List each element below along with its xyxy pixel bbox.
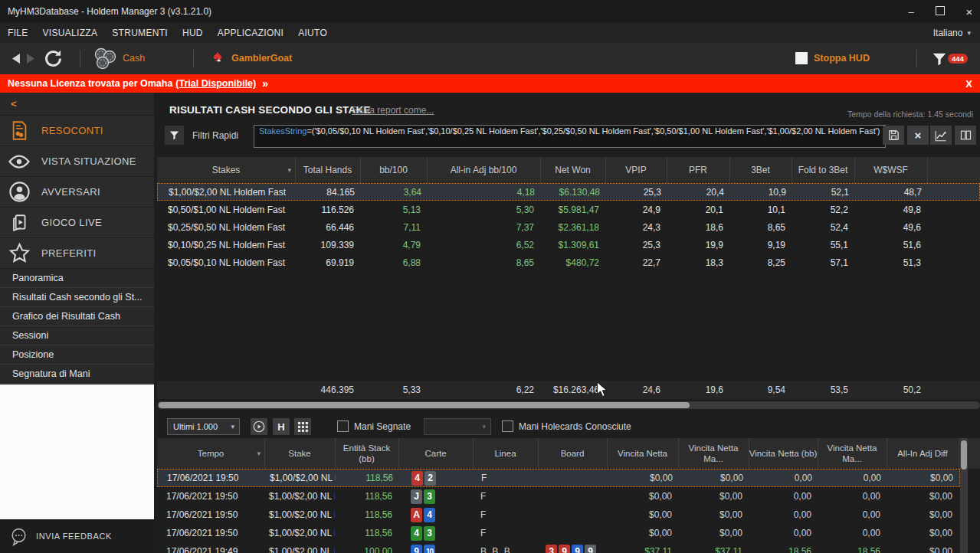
clear-filter-button[interactable]: × — [907, 126, 929, 145]
back-icon — [11, 53, 21, 64]
cell: 84.165 — [296, 184, 361, 200]
sidebar-item-gioco-live[interactable]: GIOCO LIVE — [0, 208, 154, 238]
maximize-button[interactable] — [934, 6, 946, 18]
column-header-bb-100[interactable]: bb/100 — [360, 157, 428, 183]
minimize-button[interactable]: – — [905, 6, 917, 18]
table-row[interactable]: $0,50/$1,00 NL Holdem Fast116.5265,135,3… — [157, 201, 980, 218]
hand-row[interactable]: 17/06/2021 19:50$1,00/$2,00 NL Holdem Fa… — [157, 487, 960, 506]
menu-applicazioni[interactable]: APPLICAZIONI — [218, 28, 284, 38]
column-header-stakes[interactable]: Stakes▾ — [157, 157, 296, 183]
filter-expression-input[interactable]: StakesString=('$0,05/$0,10 NL Holdem Fas… — [254, 125, 886, 148]
cell: 10,9 — [730, 184, 792, 200]
column-header-tempo[interactable]: Tempo▾ — [157, 438, 265, 469]
chevron-down-icon: ▾ — [231, 423, 234, 430]
cell: 25,3 — [606, 184, 667, 200]
known-holecards-checkbox[interactable] — [502, 420, 513, 432]
banner-close-button[interactable]: X — [965, 78, 972, 90]
column-header-vpip[interactable]: VPIP — [605, 157, 667, 183]
column-header-w-wsf[interactable]: W$WSF — [854, 157, 928, 183]
column-header-linea[interactable]: Linea — [473, 438, 539, 469]
player-tab[interactable]: GamblerGoat — [231, 53, 292, 64]
sidebar-item-resoconti[interactable]: RESOCONTI — [0, 116, 154, 146]
hud-button[interactable]: H — [273, 418, 290, 435]
grid-view-button[interactable] — [294, 418, 311, 435]
cell: $0,00 — [679, 470, 749, 486]
table-row[interactable]: $0,25/$0,50 NL Holdem Fast66.4467,117,37… — [157, 218, 980, 236]
last-hands-select[interactable]: Ultimi 1.000 ▾ — [167, 418, 240, 435]
scrollbar-thumb[interactable] — [159, 402, 690, 408]
cell: $0,05/$0,10 NL Holdem Fast — [157, 254, 295, 271]
forward-button[interactable] — [26, 53, 36, 67]
window-title: MyHM3Database - Holdem Manager 3 (v3.1.2… — [8, 6, 211, 17]
refresh-icon — [43, 48, 64, 69]
replay-hand-button[interactable] — [251, 418, 267, 435]
send-feedback-button[interactable]: INVIA FEEDBACK — [0, 519, 154, 553]
column-header-all-in-adj-bb-100[interactable]: All-in Adj bb/100 — [427, 157, 541, 183]
report-link-label: Segnatura di Mani — [12, 368, 90, 379]
column-header-pfr[interactable]: PFR — [667, 157, 730, 183]
marked-hands-checkbox[interactable] — [337, 420, 349, 432]
9-heart-card: 9 — [559, 545, 570, 553]
menu-visualizza[interactable]: VISUALIZZA — [43, 28, 98, 38]
hand-row[interactable]: 17/06/2021 19:50$1,00/$2,00 NL Holdem Fa… — [157, 524, 960, 542]
column-header-entit-stack-bb-[interactable]: Entità Stack (bb) — [335, 438, 399, 469]
cell: 6,52 — [427, 236, 540, 254]
cell — [538, 487, 607, 506]
column-header-vincita-netta-ma-[interactable]: Vincita Netta Ma... — [818, 438, 887, 469]
sidebar-item-avversari[interactable]: AVVERSARI — [0, 177, 154, 208]
trial-link[interactable]: (Trial Disponibile) — [175, 78, 256, 89]
stop-hud-checkbox[interactable] — [795, 52, 808, 64]
totals-cell: 50,2 — [854, 381, 927, 399]
cash-tab[interactable]: Cash — [123, 53, 145, 64]
table-row[interactable]: $1,00/$2,00 NL Holdem Fast84.1653,644,18… — [157, 183, 980, 201]
save-filter-button[interactable] — [883, 126, 904, 145]
column-header-total-hands[interactable]: Total Hands — [295, 157, 361, 183]
sidebar-collapse-button[interactable]: < — [0, 93, 154, 116]
quick-filter-button[interactable] — [165, 126, 184, 145]
request-time: Tempo della richiesta: 1.45 secondi — [847, 110, 973, 119]
table-row[interactable]: $0,05/$0,10 NL Holdem Fast69.9196,888,65… — [157, 254, 980, 271]
column-header-fold-to-3bet[interactable]: Fold to 3Bet — [792, 157, 855, 183]
column-header-vincita-netta-bb-[interactable]: Vincita Netta (bb) — [749, 438, 818, 469]
hand-row[interactable]: 17/06/2021 19:50$1,00/$2,00 NL Holdem Fa… — [157, 506, 960, 524]
save-report-link[interactable]: Salva report come... — [352, 105, 434, 116]
menu-hud[interactable]: HUD — [182, 28, 203, 38]
column-header-all-in-adj-diff[interactable]: All-In Adj Diff — [887, 438, 959, 469]
scrollbar-thumb[interactable] — [961, 440, 967, 470]
chart-view-button[interactable] — [930, 126, 952, 145]
menu-file[interactable]: FILE — [8, 28, 28, 38]
column-header-carte[interactable]: Carte — [398, 438, 474, 469]
language-select[interactable]: Italiano ▾ — [933, 23, 971, 43]
10-diamond-card: 10 — [424, 545, 435, 553]
column-header-vincita-netta-ma-[interactable]: Vincita Netta Ma... — [678, 438, 749, 469]
split-columns-button[interactable] — [955, 126, 976, 145]
hand-row[interactable]: 17/06/2021 19:49$1,00/$2,00 NL Holdem Fa… — [157, 542, 960, 553]
table-row[interactable]: $0,10/$0,25 NL Holdem Fast109.3394,796,5… — [157, 236, 980, 254]
menu-aiuto[interactable]: AIUTO — [298, 28, 327, 38]
hand-row[interactable]: 17/06/2021 19:50$1,00/$2,00 NL Holdem Fa… — [157, 469, 960, 487]
refresh-button[interactable] — [43, 48, 64, 71]
column-header-net-won[interactable]: Net Won — [540, 157, 606, 183]
sidebar-item-preferiti[interactable]: PREFERITI — [0, 238, 154, 269]
filters-button[interactable] — [931, 51, 948, 70]
report-link[interactable]: Posizione — [0, 345, 154, 365]
column-header-stake[interactable]: Stake — [264, 438, 336, 469]
star-icon — [8, 242, 31, 264]
back-button[interactable] — [11, 53, 21, 67]
horizontal-scrollbar[interactable] — [157, 401, 980, 409]
cell: 18,56 — [818, 542, 887, 553]
menu-strumenti[interactable]: STRUMENTI — [112, 28, 168, 38]
column-header-3bet[interactable]: 3Bet — [729, 157, 792, 183]
report-link[interactable]: Sessioni — [0, 326, 154, 345]
marked-hands-filter-select[interactable]: ▾ — [424, 418, 491, 435]
vertical-scrollbar[interactable] — [960, 438, 968, 553]
report-link[interactable]: Grafico dei Risultati Cash — [0, 307, 154, 326]
close-button[interactable]: × — [963, 5, 975, 18]
report-link[interactable]: Segnatura di Mani — [0, 365, 154, 384]
column-header-board[interactable]: Board — [538, 438, 608, 469]
report-link[interactable]: Risultati Cash secondo gli St... — [0, 288, 154, 307]
language-label: Italiano — [933, 28, 963, 38]
column-header-vincita-netta[interactable]: Vincita Netta — [607, 438, 679, 469]
report-link[interactable]: Panoramica — [0, 269, 154, 288]
sidebar-item-vista-situazione[interactable]: VISTA SITUAZIONE — [0, 146, 154, 177]
